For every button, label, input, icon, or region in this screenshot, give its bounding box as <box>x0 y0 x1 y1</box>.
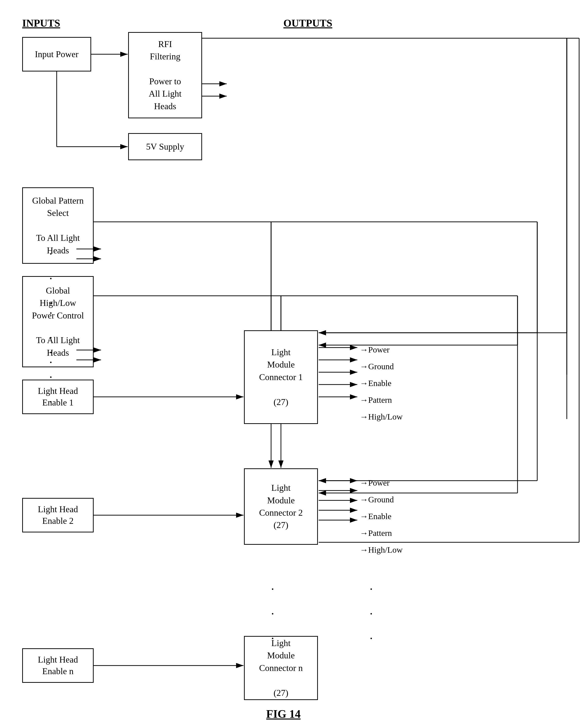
fig-caption: FIG 14 <box>222 707 345 721</box>
light-head-enable2-box: Light HeadEnable 2 <box>22 498 93 532</box>
global-highlow-box: GlobalHigh/LowPower ControlTo All LightH… <box>22 276 93 367</box>
connector1-outputs: →Power→Ground→Enable→Pattern→High/Low <box>360 342 403 425</box>
dots-connectors-mid: ··· <box>271 577 275 651</box>
input-power-box: Input Power <box>22 37 91 71</box>
connector-n-box: LightModuleConnector n(27) <box>244 636 318 700</box>
outputs-label: OUTPUTS <box>284 17 332 29</box>
global-pattern-box: Global PatternSelectTo All LightHeads <box>22 187 93 264</box>
5v-supply-box: 5V Supply <box>128 133 202 160</box>
dots-global-highlow: ··· <box>49 301 53 375</box>
inputs-label: INPUTS <box>22 17 60 29</box>
connector1-box: LightModuleConnector 1(27) <box>244 330 318 424</box>
rfi-filtering-box: RFIFilteringPower toAll LightHeads <box>128 32 202 118</box>
light-head-enable1-box: Light HeadEnable 1 <box>22 379 93 414</box>
dots-outputs-mid: ··· <box>370 577 373 651</box>
connector2-box: LightModuleConnector 2(27) <box>244 468 318 545</box>
diagram-container: INPUTS OUTPUTS Input Power RFIFilteringP… <box>0 0 588 721</box>
connector2-outputs: →Power→Ground→Enable→Pattern→High/Low <box>360 474 403 558</box>
light-head-enable-n-box: Light HeadEnable n <box>22 648 93 683</box>
